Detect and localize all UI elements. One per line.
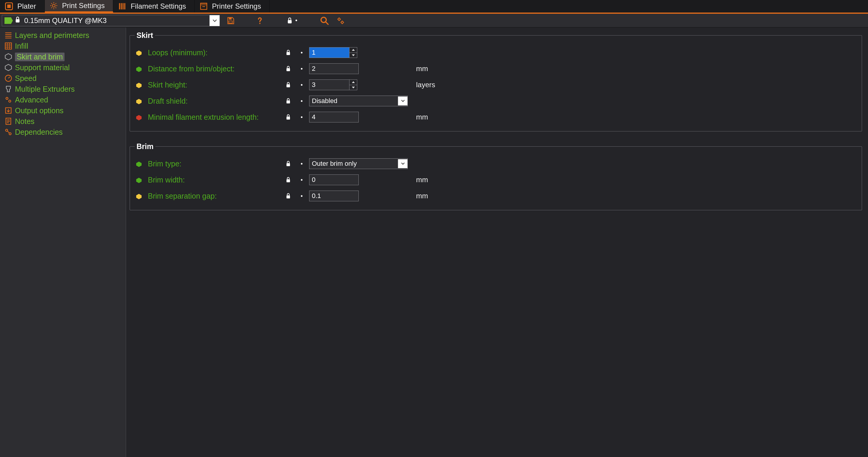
reset-dot[interactable]: • (297, 65, 306, 72)
lock-toggle-button[interactable]: • (284, 15, 301, 26)
loops-label: Loops (minimum): (148, 49, 279, 57)
brim-width-input[interactable] (309, 175, 359, 185)
hexagon-icon (136, 114, 142, 120)
lock-icon[interactable] (282, 66, 294, 72)
skirt-height-input[interactable] (309, 80, 349, 90)
extruders-icon (4, 85, 12, 93)
reset-dot[interactable]: • (297, 114, 306, 121)
sidebar-item-output[interactable]: Output options (3, 105, 126, 116)
sidebar-item-label: Layers and perimeters (15, 31, 89, 40)
reset-dot[interactable]: • (297, 49, 306, 56)
lock-icon[interactable] (282, 161, 294, 167)
sidebar-item-label: Infill (15, 42, 28, 51)
lock-icon[interactable] (282, 82, 294, 88)
sidebar-item-infill[interactable]: Infill (3, 41, 126, 51)
spinner-down-icon[interactable] (349, 85, 357, 90)
svg-rect-52 (286, 117, 290, 120)
svg-point-14 (259, 23, 260, 24)
lock-icon[interactable] (282, 177, 294, 183)
chevron-down-icon[interactable] (209, 15, 220, 26)
group-title: Skirt (135, 31, 155, 40)
draft-shield-select[interactable]: Disabled (309, 96, 408, 106)
tab-label: Printer Settings (212, 2, 261, 10)
save-preset-button[interactable] (225, 15, 236, 26)
svg-marker-39 (136, 51, 142, 56)
notes-icon (4, 117, 12, 125)
preset-toolbar: 0.15mm QUALITY @MK3 • (0, 14, 868, 28)
brim-gap-unit: mm (414, 192, 450, 200)
sidebar-item-multi[interactable]: Multiple Extruders (3, 84, 126, 94)
brim-type-label: Brim type: (148, 159, 279, 168)
sidebar-item-notes[interactable]: Notes (3, 116, 126, 127)
svg-point-19 (341, 21, 343, 23)
sidebar-item-label: Support material (15, 63, 70, 72)
sidebar-item-layers[interactable]: Layers and perimeters (3, 30, 126, 41)
svg-marker-55 (136, 178, 142, 183)
row-loops: Loops (minimum): • (136, 44, 856, 61)
distance-input[interactable] (309, 63, 359, 74)
lock-icon (14, 17, 22, 25)
sidebar-item-skirt[interactable]: Skirt and brim (3, 51, 126, 62)
svg-marker-25 (5, 54, 12, 60)
svg-marker-51 (136, 115, 142, 120)
svg-line-17 (326, 22, 328, 24)
reset-dot[interactable]: • (297, 193, 306, 200)
filament-icon (118, 2, 126, 10)
layers-icon (4, 31, 12, 39)
sidebar-item-dependencies[interactable]: Dependencies (3, 127, 126, 138)
preset-selector[interactable]: 0.15mm QUALITY @MK3 (2, 15, 220, 26)
min-extrusion-input[interactable] (309, 112, 359, 122)
brim-width-label: Brim width: (148, 176, 279, 184)
svg-point-2 (52, 4, 55, 7)
brim-gap-input[interactable] (309, 190, 359, 201)
loops-input[interactable] (309, 47, 349, 58)
skirt-icon (4, 53, 12, 61)
sidebar-item-label: Dependencies (15, 128, 63, 136)
search-button[interactable] (319, 15, 330, 26)
svg-rect-56 (286, 179, 290, 182)
tab-label: Filament Settings (130, 2, 186, 10)
svg-rect-4 (121, 3, 122, 9)
svg-marker-47 (352, 81, 355, 83)
group-brim: Brim Brim type: • Outer brim only Brim w… (130, 142, 862, 210)
tab-print-settings[interactable]: Print Settings (45, 0, 114, 12)
svg-point-30 (9, 100, 11, 102)
hexagon-icon (136, 50, 142, 56)
spinner-up-icon[interactable] (349, 48, 357, 53)
lock-icon[interactable] (282, 193, 294, 199)
sidebar-item-speed[interactable]: Speed (3, 73, 126, 84)
spinner-down-icon[interactable] (349, 53, 357, 58)
settings-sidebar: Layers and perimeters Infill Skirt and b… (0, 28, 126, 457)
group-title: Brim (135, 142, 155, 151)
sidebar-item-advanced[interactable]: Advanced (3, 94, 126, 105)
hexagon-icon (136, 66, 142, 72)
sidebar-item-support[interactable]: Support material (3, 62, 126, 73)
svg-marker-43 (136, 67, 142, 72)
lock-icon[interactable] (282, 98, 294, 104)
brim-type-select[interactable]: Outer brim only (309, 158, 408, 169)
row-brim-type: Brim type: • Outer brim only (136, 156, 856, 172)
reset-dot[interactable]: • (297, 98, 306, 104)
skirt-height-unit: layers (414, 81, 450, 89)
tab-filament-settings[interactable]: Filament Settings (113, 0, 194, 12)
svg-rect-8 (200, 3, 207, 6)
svg-rect-40 (286, 52, 290, 55)
svg-marker-42 (352, 54, 355, 56)
reset-dot[interactable]: • (297, 177, 306, 183)
reset-dot[interactable]: • (297, 160, 306, 167)
tab-label: Print Settings (62, 1, 105, 10)
reset-dot[interactable]: • (297, 82, 306, 88)
spinner-up-icon[interactable] (349, 80, 357, 85)
chevron-down-icon (398, 96, 407, 105)
svg-rect-24 (5, 43, 12, 49)
chevron-down-icon (398, 159, 407, 168)
sidebar-item-label: Output options (15, 106, 64, 115)
help-button[interactable] (254, 15, 265, 26)
lock-icon[interactable] (282, 114, 294, 120)
lock-icon[interactable] (282, 50, 294, 56)
tab-printer-settings[interactable]: Printer Settings (195, 0, 270, 12)
tab-plater[interactable]: Plater (0, 0, 45, 12)
skirt-height-spinner[interactable] (349, 80, 357, 90)
loops-spinner[interactable] (349, 47, 357, 58)
settings-gears-button[interactable] (335, 15, 346, 26)
